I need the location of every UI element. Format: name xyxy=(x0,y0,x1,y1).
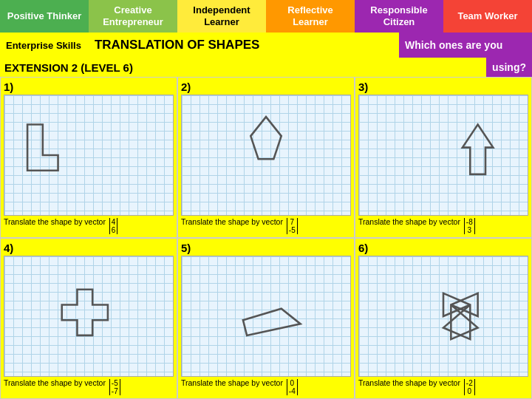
cell-3-shape xyxy=(359,95,528,215)
svg-marker-0 xyxy=(27,125,58,171)
cell-1-graph xyxy=(4,95,174,216)
tab-positive[interactable]: Positive Thinker xyxy=(0,0,89,33)
tab-independent-label: Independent Learner xyxy=(180,4,263,27)
page-wrapper: Positive Thinker Creative Entrepreneur I… xyxy=(0,0,532,399)
using-label: using? xyxy=(486,58,532,77)
tab-responsible[interactable]: Responsible Citizen xyxy=(355,0,443,33)
cell-2-graph xyxy=(181,95,351,216)
main-title: TRANSLATION OF SHAPES xyxy=(87,33,399,58)
cell-5: 5) Translate the shape by vector 0 -4 xyxy=(177,238,355,399)
cell-5-shape xyxy=(182,256,350,376)
tab-independent[interactable]: Independent Learner xyxy=(177,0,266,33)
cell-5-label: Translate the shape by vector 0 -4 xyxy=(181,378,351,395)
cell-1-number: 1) xyxy=(4,81,174,93)
cell-3: 3) Translate the shape by vector -8 3 xyxy=(355,77,532,238)
cell-3-graph xyxy=(358,95,528,216)
cell-1-label: Translate the shape by vector 4 6 xyxy=(4,217,174,234)
cell-2-shape xyxy=(182,95,350,215)
tab-creative-label: Creative Entrepreneur xyxy=(92,4,174,27)
cell-4-number: 4) xyxy=(4,242,174,254)
svg-marker-4 xyxy=(243,309,301,335)
svg-marker-1 xyxy=(250,117,281,159)
cell-1: 1) Translate the shape by vector 4 6 xyxy=(0,77,177,238)
title-bar: Enterprise Skills TRANSLATION OF SHAPES … xyxy=(0,33,532,58)
cell-4: 4) Translate the shape by vector -5 -7 xyxy=(0,238,177,399)
tab-team[interactable]: Team Worker xyxy=(443,0,532,33)
tab-reflective-label: Reflective Learner xyxy=(269,4,352,27)
enterprise-label: Enterprise Skills xyxy=(0,33,87,58)
cell-2-label: Translate the shape by vector 7 -5 xyxy=(181,217,351,234)
extension-label: EXTENSION 2 (LEVEL 6) xyxy=(0,58,532,77)
cell-6: 6) Translate the shape by vector -2 0 xyxy=(355,238,532,399)
cell-6-shape xyxy=(359,256,528,376)
cell-3-label: Translate the shape by vector -8 3 xyxy=(358,217,528,234)
tab-team-label: Team Worker xyxy=(457,10,517,22)
cell-4-shape xyxy=(4,256,173,376)
tab-reflective[interactable]: Reflective Learner xyxy=(266,0,355,33)
svg-marker-2 xyxy=(463,125,493,174)
cell-2: 2) Translate the shape by vector 7 -5 xyxy=(177,77,355,238)
nav-tabs: Positive Thinker Creative Entrepreneur I… xyxy=(0,0,532,33)
svg-marker-3 xyxy=(62,290,108,335)
tab-responsible-label: Responsible Citizen xyxy=(358,4,440,27)
cell-6-number: 6) xyxy=(358,242,528,254)
cell-4-graph xyxy=(4,256,174,377)
cell-5-number: 5) xyxy=(181,242,351,254)
exercise-grid: 1) Translate the shape by vector 4 6 2) xyxy=(0,77,532,399)
cell-1-shape xyxy=(4,95,173,215)
tab-positive-label: Positive Thinker xyxy=(7,10,81,22)
cell-6-label: Translate the shape by vector -2 0 xyxy=(358,378,528,395)
cell-2-number: 2) xyxy=(181,81,351,93)
tab-creative[interactable]: Creative Entrepreneur xyxy=(89,0,177,33)
which-label: Which ones are you xyxy=(399,33,532,58)
cell-5-graph xyxy=(181,256,351,377)
cell-6-graph xyxy=(358,256,528,377)
cell-4-label: Translate the shape by vector -5 -7 xyxy=(4,378,174,395)
cell-3-number: 3) xyxy=(358,81,528,93)
